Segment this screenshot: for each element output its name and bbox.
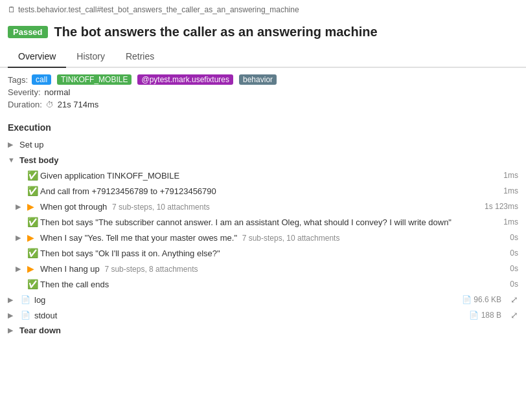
tag-tinkoff-mobile[interactable]: TINKOFF_MOBILE xyxy=(57,74,132,85)
step-5-status-icon: ✅ xyxy=(27,248,38,258)
tag-behavior[interactable]: behavior xyxy=(239,74,277,85)
setup-label: Set up xyxy=(19,140,518,149)
tab-retries[interactable]: Retries xyxy=(115,46,165,68)
tab-history[interactable]: History xyxy=(66,46,115,68)
breadcrumb-text: tests.behavior.test_call#test_bot_answer… xyxy=(18,5,299,14)
step-4-status-icon: ▶ xyxy=(27,232,38,243)
step-1-status-icon: ✅ xyxy=(27,186,38,196)
step-0: ✅ Given application TINKOFF_MOBILE 1ms xyxy=(0,168,526,183)
step-3: ✅ Then bot says "The subscriber cannot a… xyxy=(0,214,526,230)
setup-toggle-icon[interactable]: ▶ xyxy=(8,140,17,149)
test-body-row[interactable]: ▼ Test body xyxy=(0,152,526,168)
tag-pytest-usefixtures[interactable]: @pytest.mark.usefixtures xyxy=(137,74,233,85)
execution-heading: Execution xyxy=(0,118,526,137)
step-6-text: When I hang up 7 sub-steps, 8 attachment… xyxy=(40,264,502,274)
meta-section: Tags: call TINKOFF_MOBILE @pytest.mark.u… xyxy=(0,68,526,118)
step-0-text: Given application TINKOFF_MOBILE xyxy=(40,171,496,181)
file-stdout-toggle[interactable]: ▶ xyxy=(8,311,17,320)
step-4[interactable]: ▶ ▶ When I say "Yes. Tell me that your m… xyxy=(0,230,526,245)
step-1-text: And call from +79123456789 to +791234567… xyxy=(40,186,496,196)
step-2-status-icon: ▶ xyxy=(27,201,38,212)
breadcrumb: 🗒 tests.behavior.test_call#test_bot_answ… xyxy=(0,0,526,19)
step-6[interactable]: ▶ ▶ When I hang up 7 sub-steps, 8 attach… xyxy=(0,261,526,276)
file-log-icon: 📄 xyxy=(21,295,30,304)
step-7-status-icon: ✅ xyxy=(27,279,38,289)
step-5-text: Then bot says "Ok I'll pass it on. Anyth… xyxy=(40,249,502,258)
file-log-size: 📄 96.6 KB xyxy=(462,295,507,304)
passed-badge: Passed xyxy=(8,26,48,38)
page-header: Passed The bot answers the caller as an … xyxy=(0,19,526,46)
setup-row[interactable]: ▶ Set up xyxy=(0,137,526,152)
teardown-row[interactable]: ▶ Tear down xyxy=(0,323,526,338)
test-body-toggle-icon[interactable]: ▼ xyxy=(8,156,17,164)
tab-overview[interactable]: Overview xyxy=(8,46,66,68)
step-3-status-icon: ✅ xyxy=(27,217,38,227)
step-4-toggle[interactable]: ▶ xyxy=(16,234,25,242)
step-4-duration: 0s xyxy=(505,233,518,242)
teardown-label: Tear down xyxy=(19,326,61,335)
step-5: ✅ Then bot says "Ok I'll pass it on. Any… xyxy=(0,245,526,261)
file-log-row[interactable]: ▶ 📄 log 📄 96.6 KB ⤢ xyxy=(0,292,526,307)
file-stdout-expand-icon[interactable]: ⤢ xyxy=(510,310,518,320)
step-1: ✅ And call from +79123456789 to +7912345… xyxy=(0,183,526,199)
severity-label: Severity: xyxy=(8,87,41,97)
severity-value: normal xyxy=(45,87,71,97)
step-3-duration: 1ms xyxy=(498,217,518,227)
step-7: ✅ Then the call ends 0s xyxy=(0,276,526,292)
clock-icon: ⏱ xyxy=(46,100,54,109)
test-body-label: Test body xyxy=(19,155,518,165)
file-log-toggle[interactable]: ▶ xyxy=(8,296,17,304)
file-log-name: log xyxy=(34,295,458,305)
duration-value: 21s 714ms xyxy=(58,100,99,109)
step-2-text: When got through 7 sub-steps, 10 attachm… xyxy=(40,202,477,212)
step-2[interactable]: ▶ ▶ When got through 7 sub-steps, 10 att… xyxy=(0,199,526,214)
page-title: The bot answers the caller as an answeri… xyxy=(54,25,378,39)
duration-row: Duration: ⏱ 21s 714ms xyxy=(8,100,518,109)
step-6-duration: 0s xyxy=(505,264,518,273)
tags-row: Tags: call TINKOFF_MOBILE @pytest.mark.u… xyxy=(8,74,518,85)
step-0-duration: 1ms xyxy=(498,171,518,180)
step-7-duration: 0s xyxy=(505,280,518,289)
step-2-duration: 1s 123ms xyxy=(479,202,518,211)
file-stdout-row[interactable]: ▶ 📄 stdout 📄 188 B ⤢ xyxy=(0,307,526,323)
teardown-toggle-icon[interactable]: ▶ xyxy=(8,326,17,335)
step-4-text: When I say "Yes. Tell me that your maste… xyxy=(40,233,502,243)
duration-label: Duration: xyxy=(8,100,42,109)
tags-label: Tags: xyxy=(8,75,28,85)
breadcrumb-icon: 🗒 xyxy=(8,5,16,14)
tag-call[interactable]: call xyxy=(32,74,51,85)
step-2-toggle[interactable]: ▶ xyxy=(16,203,25,211)
step-6-status-icon: ▶ xyxy=(27,263,38,274)
file-stdout-name: stdout xyxy=(34,311,465,320)
file-stdout-icon: 📄 xyxy=(21,311,30,320)
step-7-text: Then the call ends xyxy=(40,280,502,289)
step-0-status-icon: ✅ xyxy=(27,170,38,181)
severity-row: Severity: normal xyxy=(8,87,518,97)
tabs-bar: Overview History Retries xyxy=(0,46,526,68)
step-5-duration: 0s xyxy=(505,249,518,258)
step-1-duration: 1ms xyxy=(498,186,518,195)
file-stdout-size: 📄 188 B xyxy=(469,311,507,320)
step-3-text: Then bot says "The subscriber cannot ans… xyxy=(40,217,496,227)
file-log-expand-icon[interactable]: ⤢ xyxy=(510,294,518,305)
step-6-toggle[interactable]: ▶ xyxy=(16,265,25,273)
